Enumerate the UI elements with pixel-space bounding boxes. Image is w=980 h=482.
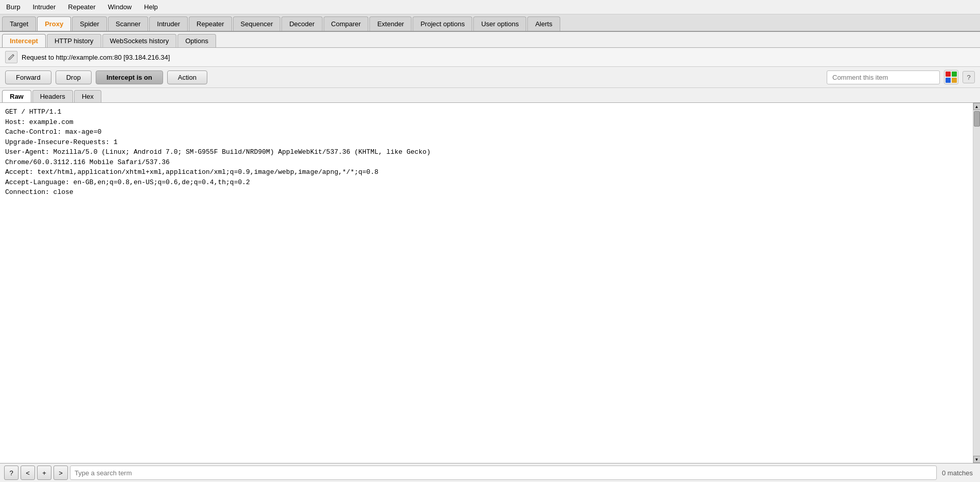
scroll-up-arrow[interactable]: ▲ xyxy=(973,103,981,110)
menu-help[interactable]: Help xyxy=(142,2,160,12)
request-url: Request to http://example.com:80 [93.184… xyxy=(22,53,170,61)
bottom-prev-button[interactable]: < xyxy=(21,466,35,480)
match-count: 0 matches xyxy=(939,469,976,477)
comment-input[interactable] xyxy=(827,70,940,84)
content-tab-bar: Raw Headers Hex xyxy=(0,88,980,103)
action-bar: Forward Drop Intercept is on Action ? xyxy=(0,67,980,88)
bottom-next-button[interactable]: > xyxy=(54,466,68,480)
dot-red xyxy=(946,72,951,77)
tab-sequencer[interactable]: Sequencer xyxy=(233,16,281,31)
tab-alerts[interactable]: Alerts xyxy=(527,16,560,31)
action-button[interactable]: Action xyxy=(167,70,207,84)
forward-button[interactable]: Forward xyxy=(5,70,51,84)
tab-proxy[interactable]: Proxy xyxy=(37,16,71,31)
dot-green xyxy=(952,72,957,77)
main-tab-bar: Target Proxy Spider Scanner Intruder Rep… xyxy=(0,14,980,32)
drop-button[interactable]: Drop xyxy=(56,70,92,84)
content-tab-hex[interactable]: Hex xyxy=(74,90,101,102)
color-dots[interactable] xyxy=(944,70,958,84)
menu-bar: Burp Intruder Repeater Window Help xyxy=(0,0,980,14)
bottom-bar: ? < + > 0 matches xyxy=(0,463,980,482)
scroll-down-arrow[interactable]: ▼ xyxy=(973,456,981,463)
intercept-button[interactable]: Intercept is on xyxy=(96,70,163,84)
bottom-add-button[interactable]: + xyxy=(37,466,51,480)
tab-project-options[interactable]: Project options xyxy=(413,16,472,31)
menu-burp[interactable]: Burp xyxy=(4,2,22,12)
tab-scanner[interactable]: Scanner xyxy=(108,16,148,31)
content-tab-headers[interactable]: Headers xyxy=(32,90,73,102)
menu-intruder[interactable]: Intruder xyxy=(30,2,58,12)
sub-tab-bar: Intercept HTTP history WebSockets histor… xyxy=(0,32,980,48)
tab-intruder[interactable]: Intruder xyxy=(149,16,188,31)
dot-blue xyxy=(946,78,951,83)
subtab-options[interactable]: Options xyxy=(177,34,216,47)
request-body-area: GET / HTTP/1.1 Host: example.com Cache-C… xyxy=(0,103,980,463)
menu-window[interactable]: Window xyxy=(106,2,134,12)
subtab-intercept[interactable]: Intercept xyxy=(2,34,46,47)
search-input[interactable] xyxy=(70,466,937,480)
tab-extender[interactable]: Extender xyxy=(369,16,412,31)
request-text[interactable]: GET / HTTP/1.1 Host: example.com Cache-C… xyxy=(0,103,973,463)
tab-repeater[interactable]: Repeater xyxy=(189,16,231,31)
tab-decoder[interactable]: Decoder xyxy=(281,16,322,31)
menu-repeater[interactable]: Repeater xyxy=(66,2,97,12)
tab-spider[interactable]: Spider xyxy=(72,16,107,31)
tab-user-options[interactable]: User options xyxy=(473,16,526,31)
subtab-websockets-history[interactable]: WebSockets history xyxy=(102,34,177,47)
tab-comparer[interactable]: Comparer xyxy=(324,16,369,31)
help-icon-button[interactable]: ? xyxy=(963,71,975,83)
request-info-bar: Request to http://example.com:80 [93.184… xyxy=(0,48,980,67)
content-tab-raw[interactable]: Raw xyxy=(2,90,31,102)
tab-target[interactable]: Target xyxy=(2,16,36,31)
scrollbar[interactable]: ▲ ▼ xyxy=(973,103,980,463)
scroll-thumb[interactable] xyxy=(974,111,980,127)
pencil-icon[interactable] xyxy=(5,51,17,63)
bottom-help-button[interactable]: ? xyxy=(4,466,19,480)
subtab-http-history[interactable]: HTTP history xyxy=(47,34,101,47)
dot-yellow xyxy=(952,78,957,83)
